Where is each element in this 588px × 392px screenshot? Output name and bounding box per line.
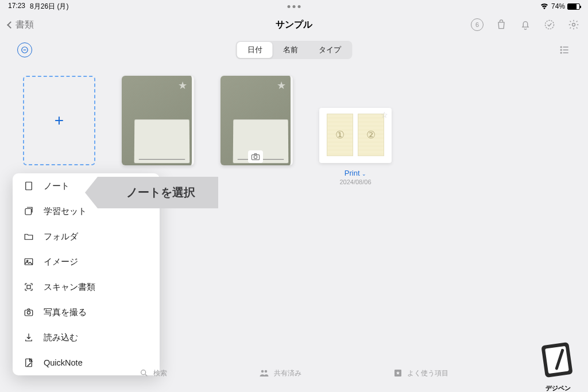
- camera-badge-icon: [248, 150, 263, 163]
- page-title: サンプル: [276, 19, 312, 31]
- folder-icon: [23, 231, 34, 242]
- image-icon: [23, 256, 34, 267]
- menu-label: 写真を撮る: [44, 307, 87, 318]
- menu-label: フォルダ: [44, 231, 78, 242]
- menu-label: 学習セット: [44, 206, 87, 217]
- menu-import[interactable]: 読み込む: [13, 325, 160, 350]
- card-title: Print ⌄: [319, 169, 392, 177]
- bell-icon[interactable]: [519, 18, 532, 31]
- annotation-callout: ノートを選択: [98, 177, 218, 208]
- nav-bar: 書類 サンプル 6: [0, 13, 588, 37]
- note-icon: [23, 180, 34, 192]
- menu-label: イメージ: [44, 257, 78, 267]
- back-label: 書類: [16, 19, 34, 31]
- print-card[interactable]: ☆ ① ② Print ⌄ 2024/08/06: [319, 76, 392, 185]
- sort-bar: 日付 名前 タイプ: [0, 37, 588, 63]
- filter-button[interactable]: [17, 42, 32, 57]
- check-circle-icon[interactable]: [543, 18, 556, 31]
- tab-label: 検索: [153, 368, 167, 378]
- menu-scan[interactable]: スキャン書類: [13, 274, 160, 300]
- tab-label: 共有済み: [274, 368, 301, 378]
- shop-icon[interactable]: [495, 18, 508, 31]
- search-icon: [140, 368, 149, 378]
- card-date: 2024/08/06: [319, 178, 392, 185]
- star-icon: ★: [277, 79, 286, 92]
- svg-rect-8: [26, 182, 32, 190]
- svg-point-18: [265, 370, 268, 373]
- svg-point-5: [560, 52, 562, 53]
- svg-point-1: [572, 24, 575, 26]
- tab-favorites[interactable]: よく使う項目: [393, 368, 448, 378]
- print-page-2: ②: [358, 114, 384, 156]
- sort-name[interactable]: 名前: [273, 42, 308, 58]
- tab-label: よく使う項目: [407, 368, 448, 378]
- sort-type[interactable]: タイプ: [308, 42, 351, 58]
- menu-image[interactable]: イメージ: [13, 249, 160, 274]
- menu-label: スキャン書類: [44, 282, 95, 293]
- add-new-card[interactable]: +: [23, 76, 95, 165]
- tab-search[interactable]: 検索: [140, 368, 167, 378]
- notebook-card-1[interactable]: ★: [122, 76, 194, 165]
- svg-point-17: [261, 370, 264, 373]
- back-button[interactable]: 書類: [8, 19, 34, 31]
- star-outline-icon: ☆: [381, 110, 388, 119]
- gear-icon[interactable]: [567, 18, 580, 31]
- sort-date[interactable]: 日付: [237, 42, 273, 58]
- svg-rect-9: [25, 209, 32, 215]
- cards-icon: [23, 205, 34, 217]
- star-square-icon: [393, 368, 403, 378]
- svg-rect-12: [27, 285, 30, 289]
- notebook-card-2[interactable]: ★: [220, 76, 293, 165]
- svg-point-7: [254, 156, 257, 158]
- camera-icon: [23, 306, 34, 318]
- app-logo: デジペン: [535, 340, 581, 386]
- menu-folder[interactable]: フォルダ: [13, 224, 160, 249]
- badge-button[interactable]: 6: [471, 18, 483, 31]
- menu-photo[interactable]: 写真を撮る: [13, 300, 160, 325]
- import-icon: [23, 332, 34, 343]
- battery-percent: 74%: [551, 2, 565, 10]
- svg-point-0: [546, 21, 554, 29]
- tab-shared[interactable]: 共有済み: [259, 368, 301, 378]
- menu-label: 読み込む: [44, 332, 78, 343]
- star-icon: ★: [178, 79, 187, 92]
- multitask-dots[interactable]: [288, 5, 301, 8]
- print-page-1: ①: [327, 114, 353, 156]
- svg-point-14: [27, 311, 30, 314]
- badge-count: 6: [471, 18, 483, 31]
- people-icon: [259, 368, 269, 378]
- tab-bar: 検索 共有済み よく使う項目: [0, 361, 588, 385]
- status-time: 17:23: [8, 2, 25, 11]
- battery-icon: [567, 3, 580, 10]
- wifi-icon: [540, 3, 549, 10]
- plus-icon: +: [55, 111, 64, 130]
- status-bar: 17:23 8月26日 (月) 74%: [0, 0, 588, 13]
- status-date: 8月26日 (月): [30, 2, 68, 11]
- menu-label: ノート: [44, 181, 69, 192]
- sort-segmented-control: 日付 名前 タイプ: [236, 41, 353, 59]
- chevron-left-icon: [7, 21, 14, 29]
- scan-icon: [23, 281, 34, 293]
- svg-point-4: [560, 49, 562, 51]
- svg-point-3: [560, 46, 562, 48]
- svg-point-16: [141, 370, 146, 375]
- list-view-icon[interactable]: [558, 44, 571, 56]
